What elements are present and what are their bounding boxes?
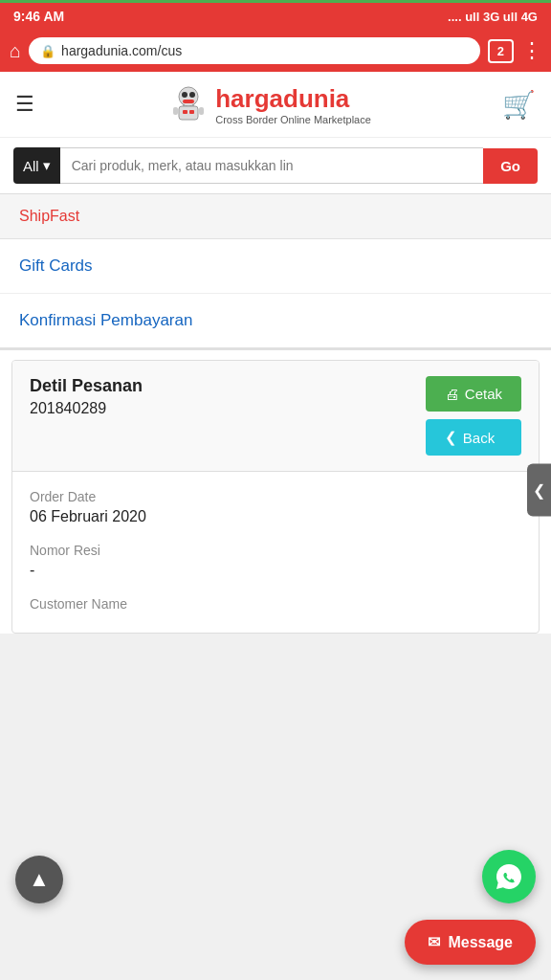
status-bar: 9:46 AM .... ull 3G ull 4G <box>0 3 551 30</box>
logo-text-area: hargadunia Cross Border Online Marketpla… <box>215 84 371 125</box>
svg-rect-4 <box>179 106 198 120</box>
logo-dunia: dunia <box>283 84 349 113</box>
order-detail-header: Detil Pesanan 201840289 🖨 Cetak ❮ Back <box>12 361 539 472</box>
nomor-resi-value: - <box>30 562 521 579</box>
svg-point-2 <box>189 92 195 98</box>
svg-rect-8 <box>199 107 204 115</box>
hamburger-icon[interactable]: ☰ <box>15 92 34 117</box>
giftcards-section: Gift Cards <box>0 239 551 294</box>
order-detail-info: Detil Pesanan 201840289 <box>30 376 143 417</box>
home-icon[interactable]: ⌂ <box>10 40 21 62</box>
shipfast-section: ShipFast <box>0 194 551 239</box>
status-right: .... ull 3G ull 4G <box>448 10 538 24</box>
cetak-button[interactable]: 🖨 Cetak <box>426 376 521 412</box>
back-button[interactable]: ❮ Back <box>426 419 521 456</box>
logo-robot-icon <box>165 81 211 127</box>
content-area: ShipFast Gift Cards Konfirmasi Pembayara… <box>0 194 551 634</box>
more-options-icon[interactable]: ⋮ <box>521 38 541 63</box>
giftcards-link[interactable]: Gift Cards <box>19 256 93 275</box>
svg-rect-6 <box>189 110 194 114</box>
nomor-resi-label: Nomor Resi <box>30 543 521 558</box>
svg-rect-5 <box>183 110 187 114</box>
category-dropdown[interactable]: All ▾ <box>13 147 60 184</box>
back-label: Back <box>463 430 495 446</box>
url-text: hargadunia.com/cus <box>61 43 469 58</box>
search-input[interactable] <box>60 147 483 184</box>
order-date-label: Order Date <box>30 489 521 504</box>
browser-bar: ⌂ 🔒 hargadunia.com/cus 2 ⋮ <box>0 30 551 72</box>
order-info-body: Order Date 06 Februari 2020 Nomor Resi -… <box>12 472 539 633</box>
tab-count-button[interactable]: 2 <box>488 39 514 63</box>
logo-subtitle: Cross Border Online Marketplace <box>215 114 371 125</box>
url-bar[interactable]: 🔒 hargadunia.com/cus <box>29 37 480 64</box>
search-go-button[interactable]: Go <box>483 148 538 184</box>
konfirmasi-link[interactable]: Konfirmasi Pembayaran <box>19 311 192 329</box>
logo-text: hargadunia <box>215 84 371 114</box>
logo-harga: harga <box>215 84 283 113</box>
sidebar-pull-tab[interactable]: ❮ <box>527 464 551 517</box>
order-detail-buttons: 🖨 Cetak ❮ Back <box>426 376 521 456</box>
cart-icon[interactable]: 🛒 <box>502 89 536 121</box>
cetak-label: Cetak <box>465 386 502 402</box>
signal-icon: .... ull 3G ull 4G <box>448 10 538 24</box>
logo-area: hargadunia Cross Border Online Marketpla… <box>165 81 371 127</box>
customer-name-label: Customer Name <box>30 596 521 612</box>
chevron-left-icon: ❮ <box>445 429 457 446</box>
order-date-value: 06 Februari 2020 <box>30 508 521 525</box>
lock-icon: 🔒 <box>40 44 55 58</box>
svg-rect-3 <box>183 100 194 103</box>
konfirmasi-section: Konfirmasi Pembayaran <box>0 294 551 350</box>
category-label: All <box>23 158 39 174</box>
search-bar: All ▾ Go <box>0 138 551 194</box>
status-time: 9:46 AM <box>13 9 64 24</box>
order-detail-card: Detil Pesanan 201840289 🖨 Cetak ❮ Back O… <box>11 360 540 634</box>
order-detail-title: Detil Pesanan <box>30 376 143 396</box>
shipfast-link[interactable]: ShipFast <box>19 208 79 224</box>
chevron-down-icon: ▾ <box>43 157 51 174</box>
printer-icon: 🖨 <box>445 386 459 402</box>
svg-rect-7 <box>173 107 178 115</box>
svg-point-1 <box>182 92 187 98</box>
order-number: 201840289 <box>30 400 143 417</box>
site-header: ☰ hargadunia Cross Border Online Marketp… <box>0 72 551 138</box>
